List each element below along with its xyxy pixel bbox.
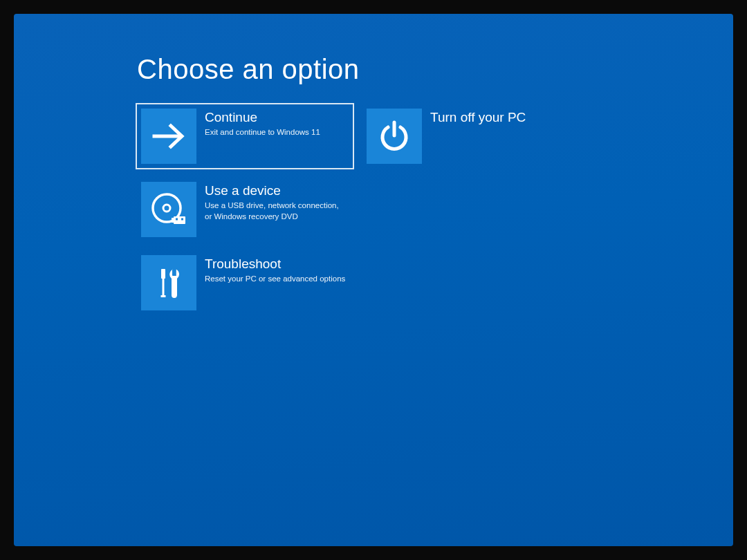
option-text: Use a device Use a USB drive, network co…	[205, 179, 351, 222]
arrow-right-icon	[141, 109, 196, 164]
option-desc: Use a USB drive, network connection, or …	[205, 200, 346, 222]
option-use-device[interactable]: Use a device Use a USB drive, network co…	[137, 178, 353, 241]
disc-usb-icon	[141, 182, 196, 237]
svg-rect-7	[172, 218, 174, 223]
option-title: Use a device	[205, 183, 346, 198]
power-icon	[367, 109, 422, 164]
option-title: Continue	[205, 110, 346, 125]
svg-rect-6	[181, 218, 183, 221]
svg-rect-4	[174, 216, 185, 224]
option-text: Continue Exit and continue to Windows 11	[205, 106, 351, 138]
tools-icon	[141, 255, 196, 310]
page-title: Choose an option	[137, 54, 733, 85]
recovery-screen: Choose an option Continue Exit and conti…	[14, 14, 733, 546]
option-continue[interactable]: Continue Exit and continue to Windows 11	[137, 104, 353, 168]
option-title: Troubleshoot	[205, 256, 346, 272]
option-desc: Exit and continue to Windows 11	[205, 127, 346, 138]
option-title: Turn off your PC	[430, 110, 571, 125]
option-desc: Reset your PC or see advanced options	[205, 274, 346, 285]
svg-rect-8	[161, 269, 165, 279]
option-text: Troubleshoot Reset your PC or see advanc…	[205, 252, 351, 285]
svg-rect-11	[172, 269, 176, 276]
svg-rect-9	[163, 279, 165, 297]
option-turn-off[interactable]: Turn off your PC	[362, 104, 578, 168]
option-text: Turn off your PC	[430, 106, 577, 127]
option-troubleshoot[interactable]: Troubleshoot Reset your PC or see advanc…	[137, 251, 353, 315]
svg-rect-5	[176, 218, 178, 221]
svg-point-3	[163, 205, 170, 212]
svg-rect-10	[161, 295, 166, 297]
options-grid: Continue Exit and continue to Windows 11…	[137, 104, 733, 315]
